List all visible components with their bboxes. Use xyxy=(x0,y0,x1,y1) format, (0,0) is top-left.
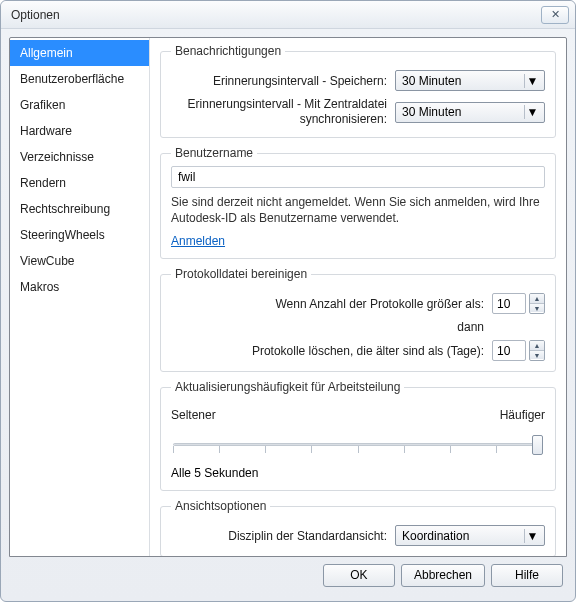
sidebar-item-spelling[interactable]: Rechtschreibung xyxy=(10,196,149,222)
discipline-value: Koordination xyxy=(402,529,469,543)
window-title: Optionen xyxy=(11,8,60,22)
sync-interval-label: Erinnerungsintervall - Mit Zentraldatei … xyxy=(171,97,395,127)
group-worksharing-freq-legend: Aktualisierungshäufigkeit für Arbeitstei… xyxy=(171,380,404,394)
discipline-label: Disziplin der Standardansicht: xyxy=(171,529,395,543)
sidebar-item-graphics[interactable]: Grafiken xyxy=(10,92,149,118)
group-log-cleanup: Protokolldatei bereinigen Wenn Anzahl de… xyxy=(160,267,556,372)
spinner-buttons: ▲ ▼ xyxy=(529,293,545,314)
sidebar-item-general[interactable]: Allgemein xyxy=(10,40,149,66)
log-age-spinner[interactable]: ▲ ▼ xyxy=(492,340,545,361)
close-button[interactable]: ✕ xyxy=(541,6,569,24)
content-pane: Benachrichtigungen Erinnerungsintervall … xyxy=(150,38,566,556)
save-interval-combo[interactable]: 30 Minuten ▼ xyxy=(395,70,545,91)
sidebar-item-hardware[interactable]: Hardware xyxy=(10,118,149,144)
log-count-spinner[interactable]: ▲ ▼ xyxy=(492,293,545,314)
sync-interval-combo[interactable]: 30 Minuten ▼ xyxy=(395,102,545,123)
group-view-options-legend: Ansichtsoptionen xyxy=(171,499,270,513)
username-input[interactable] xyxy=(171,166,545,188)
options-dialog: Optionen ✕ Allgemein Benutzeroberfläche … xyxy=(0,0,576,602)
dialog-footer: OK Abbrechen Hilfe xyxy=(9,557,567,593)
cancel-button[interactable]: Abbrechen xyxy=(401,564,485,587)
client-area: Allgemein Benutzeroberfläche Grafiken Ha… xyxy=(1,29,575,601)
close-icon: ✕ xyxy=(551,8,560,21)
freq-slider[interactable] xyxy=(173,432,543,456)
login-link[interactable]: Anmelden xyxy=(171,234,225,248)
log-then-label: dann xyxy=(171,320,492,334)
chevron-down-icon: ▼ xyxy=(524,105,540,119)
sidebar-item-ui[interactable]: Benutzeroberfläche xyxy=(10,66,149,92)
save-interval-value: 30 Minuten xyxy=(402,74,461,88)
log-count-input[interactable] xyxy=(492,293,526,314)
chevron-down-icon: ▼ xyxy=(524,74,540,88)
group-notifications-legend: Benachrichtigungen xyxy=(171,44,285,58)
freq-slider-wrap: Seltener Häufiger Alle 5 Sekunden xyxy=(171,408,545,480)
chevron-down-icon: ▼ xyxy=(524,529,540,543)
sync-interval-value: 30 Minuten xyxy=(402,105,461,119)
group-view-options: Ansichtsoptionen Disziplin der Standarda… xyxy=(160,499,556,556)
slider-thumb[interactable] xyxy=(532,435,543,455)
log-count-label: Wenn Anzahl der Protokolle größer als: xyxy=(171,297,492,311)
titlebar-buttons: ✕ xyxy=(541,6,569,24)
log-age-input[interactable] xyxy=(492,340,526,361)
sidebar-item-render[interactable]: Rendern xyxy=(10,170,149,196)
sidebar-item-steeringwheels[interactable]: SteeringWheels xyxy=(10,222,149,248)
titlebar: Optionen ✕ xyxy=(1,1,575,29)
help-button[interactable]: Hilfe xyxy=(491,564,563,587)
group-username-legend: Benutzername xyxy=(171,146,257,160)
spin-down-icon[interactable]: ▼ xyxy=(530,350,544,359)
sidebar-item-viewcube[interactable]: ViewCube xyxy=(10,248,149,274)
sidebar-item-macros[interactable]: Makros xyxy=(10,274,149,300)
main-pane: Allgemein Benutzeroberfläche Grafiken Ha… xyxy=(9,37,567,557)
discipline-combo[interactable]: Koordination ▼ xyxy=(395,525,545,546)
log-age-label: Protokolle löschen, die älter sind als (… xyxy=(171,344,492,358)
save-interval-label: Erinnerungsintervall - Speichern: xyxy=(171,74,395,88)
spin-up-icon[interactable]: ▲ xyxy=(530,341,544,350)
category-sidebar: Allgemein Benutzeroberfläche Grafiken Ha… xyxy=(10,38,150,556)
ok-button[interactable]: OK xyxy=(323,564,395,587)
freq-value-caption: Alle 5 Sekunden xyxy=(171,466,545,480)
sidebar-item-directories[interactable]: Verzeichnisse xyxy=(10,144,149,170)
group-worksharing-freq: Aktualisierungshäufigkeit für Arbeitstei… xyxy=(160,380,556,491)
spinner-buttons: ▲ ▼ xyxy=(529,340,545,361)
freq-left-label: Seltener xyxy=(171,408,216,422)
group-log-cleanup-legend: Protokolldatei bereinigen xyxy=(171,267,311,281)
username-note: Sie sind derzeit nicht angemeldet. Wenn … xyxy=(171,194,545,226)
spin-up-icon[interactable]: ▲ xyxy=(530,294,544,303)
slider-rail xyxy=(173,443,543,446)
group-notifications: Benachrichtigungen Erinnerungsintervall … xyxy=(160,44,556,138)
freq-right-label: Häufiger xyxy=(500,408,545,422)
group-username: Benutzername Sie sind derzeit nicht ange… xyxy=(160,146,556,259)
spin-down-icon[interactable]: ▼ xyxy=(530,303,544,312)
